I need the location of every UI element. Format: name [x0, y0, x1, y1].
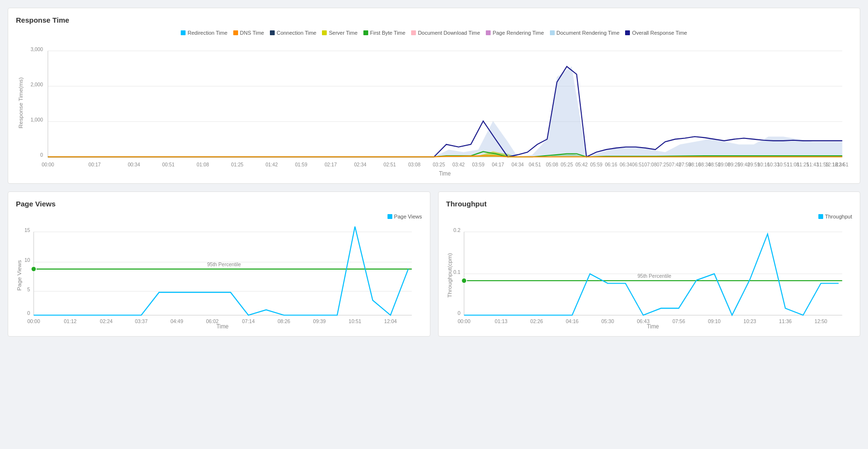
x-label-45: 12:51	[836, 162, 849, 167]
page-views-chart-area: 15 10 5 0 Page Views	[16, 222, 422, 328]
throughput-legend: Throughput	[446, 214, 853, 219]
legend-dot-redirection	[181, 30, 186, 35]
throughput-svg: 0.2 0.1 0 Throughput(cpm)	[446, 222, 853, 328]
throughput-card: Throughput Throughput 0.2 0.1 0 Throughp…	[438, 191, 861, 337]
tp-x-0: 00:00	[457, 318, 470, 324]
y-label-1000: 1,000	[31, 117, 43, 122]
x-label-24: 06:51	[632, 162, 644, 167]
x-label-22: 06:16	[605, 162, 617, 167]
x-label-5: 01:25	[231, 162, 243, 167]
pv-x-0: 00:00	[27, 318, 40, 324]
legend-dot-connection	[270, 30, 275, 35]
legend-label-docdownload: Document Download Time	[418, 30, 480, 36]
legend-dot-overall	[625, 30, 630, 35]
pv-x-title: Time	[216, 323, 229, 330]
y-label-3000: 3,000	[31, 46, 43, 52]
pv-y-title: Page Views	[16, 260, 23, 291]
tp-x-9: 11:36	[779, 318, 791, 324]
throughput-chart-area: 0.2 0.1 0 Throughput(cpm)	[446, 222, 853, 328]
response-time-title: Response Time	[16, 16, 852, 24]
legend-label-pagerender: Page Rendering Time	[493, 30, 544, 36]
x-label-13: 03:42	[453, 162, 465, 167]
y-label-0: 0	[40, 152, 43, 158]
x-label-18: 05:08	[546, 162, 559, 167]
legend-docrender: Document Rendering Time	[550, 30, 620, 36]
x-label-16: 04:34	[511, 162, 524, 167]
legend-dot-server	[322, 30, 327, 35]
legend-redirection: Redirection Time	[181, 30, 227, 36]
tp-x-8: 10:23	[743, 318, 756, 324]
tp-x-2: 02:26	[530, 318, 543, 324]
legend-dot-docrender	[550, 30, 555, 35]
tp-percentile-label: 95th Percentile	[637, 273, 671, 279]
legend-dot-tp	[818, 214, 823, 219]
pv-line	[34, 227, 408, 315]
overall-fill	[48, 67, 842, 157]
tp-y-title: Throughput(cpm)	[446, 253, 453, 298]
legend-pv: Page Views	[387, 214, 422, 219]
pv-x-8: 09:39	[313, 318, 326, 324]
legend-overall: Overall Response Time	[625, 30, 687, 36]
x-label-9: 02:34	[354, 162, 367, 167]
x-label-4: 01:08	[197, 162, 209, 167]
legend-label-tp: Throughput	[825, 214, 852, 219]
legend-dot-docdownload	[411, 30, 416, 35]
legend-label-connection: Connection Time	[277, 30, 317, 36]
page-views-svg: 15 10 5 0 Page Views	[16, 222, 422, 328]
pv-x-9: 10:51	[348, 318, 361, 324]
tp-x-1: 01:13	[494, 318, 507, 324]
legend-dot-pv	[387, 214, 392, 219]
x-label-15: 04:17	[492, 162, 504, 167]
pv-y-10: 10	[25, 257, 30, 263]
legend-tp: Throughput	[818, 214, 852, 219]
legend-label-dns: DNS Time	[240, 30, 264, 36]
x-label-21: 05:59	[590, 162, 603, 167]
legend-firstbyte: First Byte Time	[363, 30, 405, 36]
response-time-chart-area: 3,000 2,000 1,000 0 Response Time(ms)	[16, 41, 852, 176]
tp-x-title: Time	[646, 323, 659, 330]
legend-label-overall: Overall Response Time	[632, 30, 687, 36]
legend-dot-pagerender	[486, 30, 491, 35]
x-label-17: 04:51	[529, 162, 541, 167]
legend-dot-dns	[233, 30, 238, 35]
legend-server: Server Time	[322, 30, 357, 36]
x-label-20: 05:42	[575, 162, 588, 167]
tp-x-3: 04:16	[566, 318, 578, 324]
x-label-11: 03:08	[408, 162, 421, 167]
x-label-3: 00:51	[162, 162, 175, 167]
page-views-card: Page Views Page Views 15 10 5 0 Page Vie…	[8, 191, 430, 337]
legend-label-redirection: Redirection Time	[187, 30, 227, 36]
response-time-svg: 3,000 2,000 1,000 0 Response Time(ms)	[16, 41, 852, 176]
legend-pagerender: Page Rendering Time	[486, 30, 544, 36]
tp-y-0: 0	[457, 310, 460, 316]
x-label-25: 07:08	[644, 162, 657, 167]
pv-y-0: 0	[27, 310, 30, 316]
legend-docdownload: Document Download Time	[411, 30, 480, 36]
legend-label-pv: Page Views	[394, 214, 422, 219]
pv-y-5: 5	[27, 286, 30, 292]
tp-x-7: 09:10	[708, 318, 720, 324]
x-label-6: 01:42	[266, 162, 278, 167]
x-label-26: 07:25	[656, 162, 669, 167]
legend-connection: Connection Time	[270, 30, 317, 36]
pv-x-1: 01:12	[64, 318, 77, 324]
x-label-12: 03:25	[433, 162, 445, 167]
x-label-10: 02:51	[384, 162, 396, 167]
page-views-title: Page Views	[16, 200, 422, 208]
legend-label-server: Server Time	[329, 30, 357, 36]
tp-x-4: 05:30	[601, 318, 614, 324]
y-label-2000: 2,000	[31, 82, 43, 87]
y-axis-title: Response Time(ms)	[18, 77, 24, 128]
legend-label-docrender: Document Rendering Time	[557, 30, 620, 36]
legend-label-firstbyte: First Byte Time	[370, 30, 405, 36]
x-label-2: 00:34	[128, 162, 140, 167]
tp-percentile-dot	[461, 278, 467, 284]
x-label-14: 03:59	[472, 162, 485, 167]
pv-x-3: 03:37	[135, 318, 147, 324]
x-axis-title: Time	[439, 171, 451, 177]
pv-x-4: 04:49	[171, 318, 183, 324]
pv-x-7: 08:26	[278, 318, 290, 324]
pv-x-6: 07:14	[242, 318, 254, 324]
page-views-legend: Page Views	[16, 214, 422, 219]
tp-y-02: 0.2	[453, 227, 460, 233]
